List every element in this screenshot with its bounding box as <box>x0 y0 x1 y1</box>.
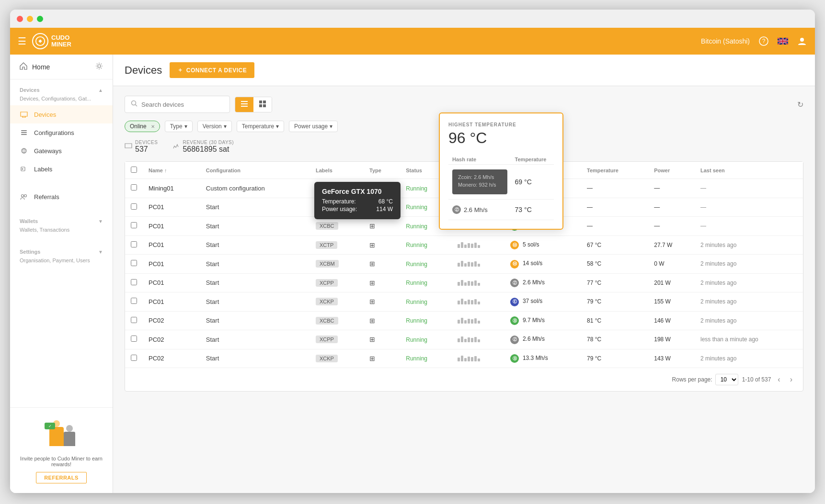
settings-icon[interactable] <box>95 62 103 71</box>
next-page-button[interactable]: › <box>787 374 795 385</box>
promo-text: Invite people to Cudo Miner to earn rewa… <box>20 456 103 467</box>
hamburger-icon[interactable]: ☰ <box>18 35 26 47</box>
chevron-wallets-icon[interactable]: ▼ <box>98 219 103 224</box>
type-header[interactable]: Type <box>364 162 400 179</box>
temperature-card: HIGHEST TEMPERATURE 96 °C Hash rate Temp… <box>439 112 563 230</box>
row-checkbox[interactable] <box>131 241 137 247</box>
row-name: PC01 <box>143 235 200 255</box>
table-row[interactable]: PC01 Start XCBM ⊞ Running Ⓜ 14 sol/s 58 … <box>125 255 803 274</box>
row-checkbox[interactable] <box>131 298 137 304</box>
status-badge: Running <box>406 242 427 248</box>
sidebar-settings-section: Settings ▼ Organisation, Payment, Users <box>10 241 113 272</box>
revenue-stat-icon <box>172 142 180 151</box>
sidebar-item-referrals[interactable]: Referrals <box>10 188 113 206</box>
filter-temperature[interactable]: Temperature ▾ <box>237 121 284 132</box>
row-checkbox[interactable] <box>131 355 137 361</box>
table-row[interactable]: PC01 Start XCKP ⊞ Running Ⓔ 37 sol/s 79 … <box>125 292 803 312</box>
svg-rect-17 <box>241 106 248 107</box>
row-checkbox-cell[interactable] <box>125 235 143 255</box>
row-name: PC02 <box>143 330 200 349</box>
labels-header[interactable]: Labels <box>310 162 364 179</box>
name-header[interactable]: Name ↑ <box>143 162 200 179</box>
referrals-button[interactable]: REFERRALS <box>36 472 87 483</box>
row-type: ⊞ <box>364 217 400 236</box>
page-title: Devices <box>125 64 162 77</box>
row-power: 27.7 W <box>648 235 695 255</box>
lastseen-header[interactable]: Last seen <box>695 162 803 179</box>
sidebar-item-labels[interactable]: Labels <box>10 160 113 178</box>
sidebar-wallets-section: Wallets ▼ Wallets, Transactions <box>10 211 113 241</box>
filter-power[interactable]: Power usage ▾ <box>289 121 338 132</box>
close-btn[interactable] <box>17 16 23 22</box>
svg-rect-20 <box>259 104 262 107</box>
rows-dropdown[interactable]: 10 25 50 <box>715 374 738 385</box>
table-row[interactable]: PC02 Start XCBC ⊞ Running Ⓑ 9.7 Mh/s 81 … <box>125 311 803 330</box>
svg-text:?: ? <box>762 38 766 45</box>
row-checkbox-cell[interactable] <box>125 273 143 292</box>
row-checkbox-cell[interactable] <box>125 255 143 274</box>
search-box[interactable] <box>125 96 230 113</box>
table-row[interactable]: PC02 Start XCKP ⊞ Running Ⓑ 13.3 Mh/s 79… <box>125 349 803 368</box>
row-checkbox-cell[interactable] <box>125 292 143 312</box>
status-badge: Running <box>406 317 427 324</box>
row-label: XCKP <box>310 349 364 368</box>
row-label: XCTP <box>310 235 364 255</box>
minimize-btn[interactable] <box>27 16 33 22</box>
row-checkbox[interactable] <box>131 184 137 190</box>
select-all-header[interactable] <box>125 162 143 179</box>
temp-header[interactable]: Temperature <box>581 162 648 179</box>
prev-page-button[interactable]: ‹ <box>775 374 783 385</box>
os-icon: ⊞ <box>369 317 375 325</box>
search-input[interactable] <box>141 101 224 108</box>
card-inner-temp2: 73 °C <box>511 200 554 220</box>
stat-revenue: REVENUE (30 DAYS) 56861895 sat <box>172 140 234 154</box>
row-checkbox[interactable] <box>131 279 137 285</box>
table-row[interactable]: PC01 Start XCPP ⊞ Running Ⓩ 2.6 Mh/s 77 … <box>125 273 803 292</box>
chevron-up-icon[interactable]: ▲ <box>98 88 103 93</box>
status-badge: Running <box>406 223 427 230</box>
sidebar-item-devices[interactable]: Devices <box>10 105 113 123</box>
row-power: 0 W <box>648 255 695 274</box>
help-icon[interactable]: ? <box>758 36 769 46</box>
labels-icon <box>20 165 28 173</box>
sidebar-item-configurations[interactable]: Configurations <box>10 123 113 142</box>
maximize-btn[interactable] <box>37 16 43 22</box>
row-checkbox-cell[interactable] <box>125 311 143 330</box>
row-temp: 79 °C <box>581 292 648 312</box>
grid-view-button[interactable] <box>253 97 272 112</box>
chevron-settings-icon[interactable]: ▼ <box>98 249 103 255</box>
sidebar-section-header-wallets: Wallets ▼ <box>10 215 113 226</box>
row-checkbox-cell[interactable] <box>125 330 143 349</box>
card-col2-header: Temperature <box>511 155 554 165</box>
row-checkbox-cell[interactable] <box>125 217 143 236</box>
row-checkbox[interactable] <box>131 336 137 342</box>
row-checkbox[interactable] <box>131 203 137 210</box>
select-all-checkbox[interactable] <box>131 167 137 173</box>
table-row[interactable]: PC02 Start XCPP ⊞ Running Ⓩ 2.6 Mh/s 78 … <box>125 330 803 349</box>
row-checkbox-cell[interactable] <box>125 349 143 368</box>
filter-online[interactable]: Online ✕ <box>125 121 160 132</box>
row-checkbox[interactable] <box>131 317 137 323</box>
language-icon[interactable] <box>778 36 788 46</box>
row-checkbox-cell[interactable] <box>125 198 143 217</box>
row-config: Start <box>200 255 310 274</box>
row-label: XCKP <box>310 292 364 312</box>
table-row[interactable]: PC01 Start XCTP ⊞ Running Ⓜ 5 sol/s 67 °… <box>125 235 803 255</box>
connect-device-button[interactable]: ＋ CONNECT A DEVICE <box>170 62 254 78</box>
row-checkbox[interactable] <box>131 222 137 228</box>
user-icon[interactable] <box>797 36 807 46</box>
list-view-button[interactable] <box>235 97 253 112</box>
filter-type[interactable]: Type ▾ <box>165 121 193 132</box>
filter-version[interactable]: Version ▾ <box>197 121 232 132</box>
refresh-button[interactable]: ↻ <box>797 100 803 109</box>
config-header[interactable]: Configuration <box>200 162 310 179</box>
sidebar-item-gateways[interactable]: Gateways <box>10 142 113 160</box>
sidebar-item-home[interactable]: Home <box>10 55 113 79</box>
row-checkbox-cell[interactable] <box>125 179 143 198</box>
row-name: PC02 <box>143 349 200 368</box>
row-lastseen: — <box>695 179 803 198</box>
power-header[interactable]: Power <box>648 162 695 179</box>
filter-remove-icon[interactable]: ✕ <box>151 124 155 129</box>
row-power: 143 W <box>648 349 695 368</box>
row-checkbox[interactable] <box>131 260 137 266</box>
